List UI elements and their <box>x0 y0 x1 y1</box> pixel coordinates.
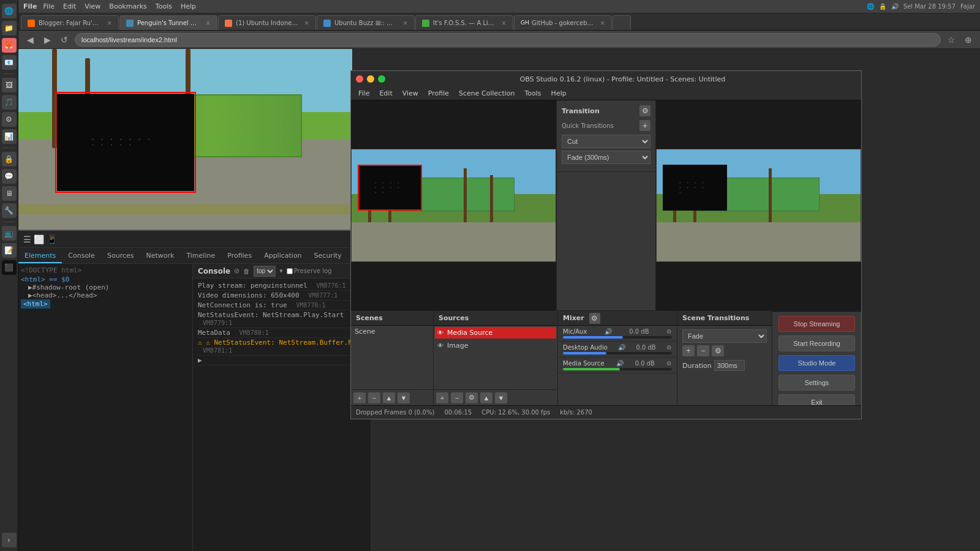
taskbar-icon-media[interactable]: 🎵 <box>2 95 17 110</box>
tab-github[interactable]: GH GitHub - gokercebeci/... × <box>514 15 612 30</box>
taskbar-icon-image[interactable]: 🖼 <box>2 78 17 92</box>
os-menu-help[interactable]: Help <box>177 2 200 11</box>
taskbar-icon-lock[interactable]: 🔒 <box>2 152 17 167</box>
obs-scene-item-1[interactable]: Scene <box>351 326 433 337</box>
close-tab-penguins[interactable]: × <box>206 20 211 26</box>
obs-source-media[interactable]: 👁 Media Source <box>435 327 556 339</box>
obs-mixer-media-settings[interactable]: ⚙ <box>666 360 672 367</box>
obs-source-settings-btn[interactable]: ⚙ <box>466 392 478 403</box>
obs-transition-gear-btn[interactable]: ⚙ <box>639 105 650 116</box>
obs-mixer-desktop-settings[interactable]: ⚙ <box>666 344 672 351</box>
obs-start-recording-btn[interactable]: Start Recording <box>778 335 855 351</box>
devtools-tab-profiles[interactable]: Profiles <box>221 249 258 263</box>
obs-duration-input[interactable] <box>714 360 745 371</box>
obs-source-up-btn[interactable]: ▲ <box>480 392 492 403</box>
nav-refresh-btn[interactable]: ↺ <box>58 33 71 47</box>
tab-ubuntu-id[interactable]: (1) Ubuntu Indonesia × <box>218 15 316 30</box>
taskbar-icon-obs[interactable]: 📺 <box>2 226 17 241</box>
obs-source-image[interactable]: 👁 Image <box>435 340 556 351</box>
obs-trans-add-btn[interactable]: + <box>682 345 695 356</box>
console-frame-select[interactable]: top <box>254 266 276 277</box>
nav-back-btn[interactable]: ◀ <box>23 33 37 47</box>
obs-mixer-media-mute[interactable]: 🔊 <box>616 360 624 367</box>
obs-mixer-mic-mute[interactable]: 🔊 <box>605 328 612 335</box>
tab-foss[interactable]: It's F.O.S.S. — A Linux... × <box>415 15 513 30</box>
taskbar-icon-black[interactable]: ⬛ <box>2 260 17 275</box>
obs-stop-streaming-btn[interactable]: Stop Streaming <box>778 316 855 332</box>
close-tab-blogger[interactable]: × <box>107 20 112 26</box>
obs-trans-remove-btn[interactable]: − <box>697 345 709 356</box>
os-menu-tools[interactable]: Tools <box>152 2 176 11</box>
obs-fade-select[interactable]: Fade (300ms) <box>562 151 650 164</box>
os-menu-bookmarks[interactable]: Bookmarks <box>105 2 150 11</box>
obs-cut-select[interactable]: Cut <box>562 135 650 148</box>
obs-scene-trans-select[interactable]: Fade <box>682 329 767 343</box>
devtools-inspect-btn[interactable]: ⬜ <box>34 234 44 244</box>
obs-scene-remove-btn[interactable]: − <box>368 392 380 403</box>
taskbar-icon-chart[interactable]: 📊 <box>2 129 17 144</box>
obs-mixer-gear-btn[interactable]: ⚙ <box>589 313 600 324</box>
obs-min-btn[interactable] <box>367 75 374 83</box>
devtools-tab-sources[interactable]: Sources <box>101 249 140 263</box>
close-tab-buzz[interactable]: × <box>403 20 408 26</box>
taskbar-icon-note[interactable]: 📝 <box>2 243 17 258</box>
taskbar-icon-settings[interactable]: ⚙ <box>2 112 17 127</box>
obs-close-btn[interactable] <box>356 75 363 83</box>
os-menu-edit[interactable]: Edit <box>59 2 80 11</box>
obs-source-eye-2[interactable]: 👁 <box>437 342 443 349</box>
devtools-device-btn[interactable]: 📱 <box>47 234 57 244</box>
obs-source-remove-btn[interactable]: − <box>451 392 463 403</box>
obs-quick-transitions-add-btn[interactable]: + <box>639 120 650 131</box>
nav-forward-btn[interactable]: ▶ <box>40 33 54 47</box>
devtools-tab-timeline[interactable]: Timeline <box>180 249 221 263</box>
preserve-log-label[interactable]: Preserve log <box>287 268 332 274</box>
tab-ubuntu-buzz[interactable]: Ubuntu Buzz ⊞:: Unoffic... × <box>317 15 415 30</box>
taskbar-icon-chat[interactable]: 💬 <box>2 169 17 184</box>
obs-scenes-list[interactable]: Scene <box>351 326 433 389</box>
taskbar-icon-chevron[interactable]: › <box>2 533 17 547</box>
console-clear-btn[interactable]: ⊘ <box>234 267 239 275</box>
obs-menu-profile[interactable]: Profile <box>423 88 454 99</box>
taskbar-icon-browser[interactable]: 🌐 <box>2 4 17 18</box>
devtools-tab-console[interactable]: Console <box>62 249 101 263</box>
preserve-log-checkbox[interactable] <box>287 268 293 274</box>
obs-menu-help[interactable]: Help <box>546 88 571 99</box>
obs-scene-up-btn[interactable]: ▲ <box>383 392 395 403</box>
obs-menu-file[interactable]: File <box>353 88 374 99</box>
tab-new[interactable] <box>612 15 631 30</box>
head-line[interactable]: ▶<head>...</head> <box>28 291 190 299</box>
obs-settings-btn[interactable]: Settings <box>778 375 855 391</box>
obs-source-down-btn[interactable]: ▼ <box>495 392 507 403</box>
url-bar[interactable] <box>75 33 941 47</box>
taskbar-icon-files[interactable]: 📁 <box>2 21 17 36</box>
obs-mixer-desktop-mute[interactable]: 🔊 <box>618 344 625 351</box>
close-tab-github[interactable]: × <box>600 20 605 26</box>
devtools-tab-elements[interactable]: Elements <box>18 249 62 263</box>
shadow-root-line[interactable]: ▶#shadow-root (open) <box>28 283 190 291</box>
obs-trans-settings-btn[interactable]: ⚙ <box>712 345 724 356</box>
obs-scene-down-btn[interactable]: ▼ <box>398 392 410 403</box>
close-tab-foss[interactable]: × <box>502 20 507 26</box>
taskbar-icon-email[interactable]: 📧 <box>2 55 17 70</box>
html-highlighted[interactable]: <html> <box>21 299 50 309</box>
devtools-tab-application[interactable]: Application <box>258 249 307 263</box>
html-element-line[interactable]: <html> == $0 <box>21 276 190 283</box>
tab-penguins[interactable]: Penguin's Tunnel Li... × <box>119 15 217 30</box>
nav-extensions-btn[interactable]: ⊕ <box>962 33 975 47</box>
obs-menu-view[interactable]: View <box>398 88 423 99</box>
os-menu-view[interactable]: View <box>81 2 104 11</box>
nav-bookmark-btn[interactable]: ☆ <box>944 33 958 47</box>
obs-scene-add-btn[interactable]: + <box>353 392 366 403</box>
obs-max-btn[interactable] <box>378 75 385 83</box>
console-filter-btn[interactable]: 🗑 <box>243 268 250 275</box>
taskbar-icon-terminal[interactable]: 🖥 <box>2 186 17 201</box>
obs-menu-scene-collection[interactable]: Scene Collection <box>454 88 519 99</box>
os-menu-file[interactable]: File <box>40 2 58 11</box>
obs-source-add-btn[interactable]: + <box>436 392 448 403</box>
obs-source-eye-1[interactable]: 👁 <box>437 329 443 336</box>
obs-menu-tools[interactable]: Tools <box>520 88 546 99</box>
taskbar-icon-tools[interactable]: 🔧 <box>2 203 17 218</box>
devtools-tab-network[interactable]: Network <box>140 249 180 263</box>
taskbar-icon-firefox[interactable]: 🦊 <box>2 38 17 53</box>
devtools-dock-btn[interactable]: ☰ <box>23 234 31 244</box>
